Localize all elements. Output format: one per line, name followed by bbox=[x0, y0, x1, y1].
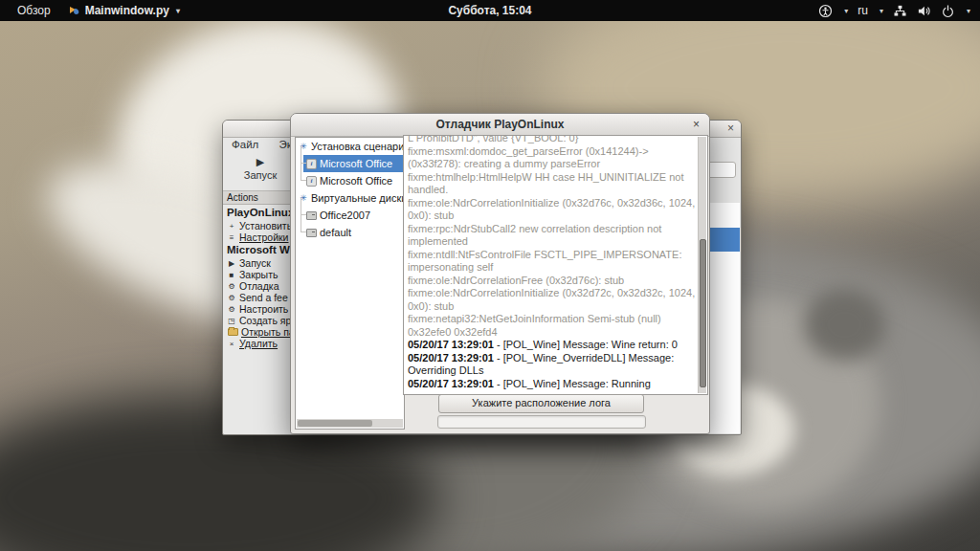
action-label: Настройки bbox=[239, 231, 289, 243]
close-icon[interactable]: × bbox=[693, 114, 700, 136]
run-label: Запуск bbox=[233, 168, 288, 183]
play-icon: ▶ bbox=[233, 155, 288, 168]
app-menu[interactable]: Mainwindow.py ▾ bbox=[68, 4, 180, 17]
script-icon: i bbox=[306, 159, 317, 169]
chevron-down-icon: ▾ bbox=[844, 7, 848, 15]
log-timestamp: 05/20/17 13:29:01 bbox=[408, 339, 494, 350]
chevron-down-icon: ▾ bbox=[967, 7, 970, 15]
top-bar: Обзор Mainwindow.py ▾ Суббота, 15:04 ▾ r… bbox=[0, 0, 980, 21]
scrollbar-thumb[interactable] bbox=[298, 420, 372, 427]
tree-label: Microsoft Office bbox=[320, 175, 392, 187]
log-line: L ProhibitDTD", value {VT_BOOL: 0} bbox=[408, 135, 696, 145]
action-label: Send a fee bbox=[239, 292, 288, 303]
playonlinux-icon bbox=[68, 5, 80, 17]
log-line: fixme:ole:NdrCorrelationInitialize (0x32… bbox=[408, 287, 696, 300]
log-line: 05/20/17 13:29:01 - [POL_Wine_OverrideDL… bbox=[408, 352, 696, 365]
play-icon: ▶ bbox=[227, 259, 236, 268]
log-line: fixme:ole:NdrCorrelationFree (0x32d76c):… bbox=[408, 275, 696, 288]
action-label: Запуск bbox=[239, 257, 271, 269]
log-line: Overriding DLLs bbox=[408, 364, 696, 378]
network-icon[interactable] bbox=[893, 4, 907, 18]
log-line: (0x33f278): creating a dummy parseError bbox=[408, 158, 696, 171]
volume-icon[interactable] bbox=[917, 4, 931, 18]
log-timestamp: 05/20/17 13:29:01 bbox=[408, 352, 494, 364]
menu-file[interactable]: Файл bbox=[223, 138, 267, 150]
power-icon[interactable] bbox=[941, 4, 955, 18]
log-line: impersonating self bbox=[408, 261, 696, 275]
chevron-down-icon: ▾ bbox=[880, 7, 883, 15]
log-line: fixme:htmlhelp:HtmlHelpW HH case HH_UNIN… bbox=[408, 171, 696, 185]
log-timestamp: 05/20/17 13:29:01 bbox=[408, 378, 494, 389]
log-text: L ProhibitDTD", value {VT_BOOL: 0} fixme… bbox=[408, 135, 696, 390]
delete-icon: × bbox=[227, 340, 236, 348]
gear-icon: ⚙ bbox=[227, 305, 236, 314]
debug-tree[interactable]: ✳ Установка сценари i Microsoft Office i… bbox=[295, 137, 405, 430]
debugger-titlebar[interactable]: Отладчик PlayOnLinux × bbox=[291, 114, 709, 137]
drive-icon bbox=[306, 211, 317, 220]
chevron-down-icon: ▾ bbox=[176, 7, 180, 15]
log-line: fixme:msxml:domdoc_get_parseError (0x141… bbox=[408, 145, 696, 159]
log-vertical-scrollbar[interactable] bbox=[698, 137, 706, 393]
tree-label: Microsoft Office bbox=[320, 158, 392, 169]
log-line: 0x0): stub bbox=[408, 300, 696, 314]
stop-icon: ■ bbox=[227, 271, 236, 279]
log-line: fixme:netapi32:NetGetJoinInformation Sem… bbox=[408, 313, 696, 326]
log-line: implemented bbox=[408, 235, 696, 249]
script-icon: i bbox=[306, 176, 317, 187]
action-label: Закрыть bbox=[239, 269, 278, 280]
tree-label: Office2007 bbox=[320, 209, 370, 221]
tree-item-msoffice-1[interactable]: i Microsoft Office bbox=[303, 155, 404, 172]
tree-item-virtual-drives[interactable]: ✳ Виртуальные диски bbox=[296, 189, 404, 207]
gear-icon: ⚙ bbox=[227, 294, 236, 302]
tree-label: default bbox=[320, 227, 351, 238]
log-line: fixme:rpc:NdrStubCall2 new correlation d… bbox=[408, 223, 696, 236]
log-panel[interactable]: L ProhibitDTD", value {VT_BOOL: 0} fixme… bbox=[403, 135, 708, 395]
tree-item-default[interactable]: default bbox=[296, 224, 404, 241]
log-line: 0x32efe0 0x32efd4 bbox=[408, 326, 696, 340]
debugger-title: Отладчик PlayOnLinux bbox=[436, 118, 565, 131]
log-line: 05/20/17 13:29:01 - [POL_Wine] Message: … bbox=[408, 378, 696, 391]
tree-item-install-scripts[interactable]: ✳ Установка сценари bbox=[296, 138, 404, 155]
scrollbar-thumb[interactable] bbox=[700, 239, 706, 387]
toolbar-run-button[interactable]: ▶ Запуск bbox=[233, 155, 288, 183]
tree-label: Виртуальные диски bbox=[311, 192, 405, 204]
log-progress-field bbox=[437, 415, 646, 429]
choose-log-location-button[interactable]: Укажите расположение лога bbox=[438, 394, 644, 413]
action-label: Удалить bbox=[239, 338, 278, 349]
accessibility-icon[interactable] bbox=[818, 4, 833, 18]
app-menu-label: Mainwindow.py bbox=[85, 4, 169, 17]
tree-item-msoffice-2[interactable]: i Microsoft Office bbox=[296, 172, 404, 189]
tree-label: Установка сценари bbox=[311, 141, 404, 152]
tree-item-office2007[interactable]: Office2007 bbox=[296, 207, 404, 224]
folder-icon bbox=[228, 328, 238, 336]
keyboard-layout[interactable]: ru bbox=[858, 4, 868, 17]
activities-button[interactable]: Обзор bbox=[13, 4, 55, 17]
gear-icon: ⚙ bbox=[227, 282, 236, 291]
drive-icon bbox=[306, 229, 317, 237]
log-line: handled. bbox=[408, 184, 696, 197]
action-label: Настроить bbox=[239, 303, 288, 315]
tree-horizontal-scrollbar[interactable] bbox=[297, 419, 403, 428]
log-line: fixme:ntdll:NtFsControlFile FSCTL_PIPE_I… bbox=[408, 249, 696, 262]
wallpaper-cat-ear bbox=[804, 289, 885, 361]
install-icon: + bbox=[227, 222, 236, 231]
log-line: 0x0): stub bbox=[408, 209, 696, 223]
shortcut-icon: ◳ bbox=[227, 317, 236, 325]
debugger-window: Отладчик PlayOnLinux × ✳ Установка сцена… bbox=[290, 113, 710, 434]
action-label: Открыть па bbox=[241, 326, 295, 338]
action-label: Установить bbox=[239, 220, 292, 231]
list-icon: ≡ bbox=[227, 233, 236, 242]
log-line: 05/20/17 13:29:01 - [POL_Wine] Message: … bbox=[408, 339, 696, 352]
close-icon[interactable]: × bbox=[727, 121, 734, 136]
action-label: Отладка bbox=[239, 280, 279, 292]
action-label: Создать яр bbox=[239, 315, 291, 326]
log-line: fixme:ole:NdrCorrelationInitialize (0x32… bbox=[408, 197, 696, 210]
